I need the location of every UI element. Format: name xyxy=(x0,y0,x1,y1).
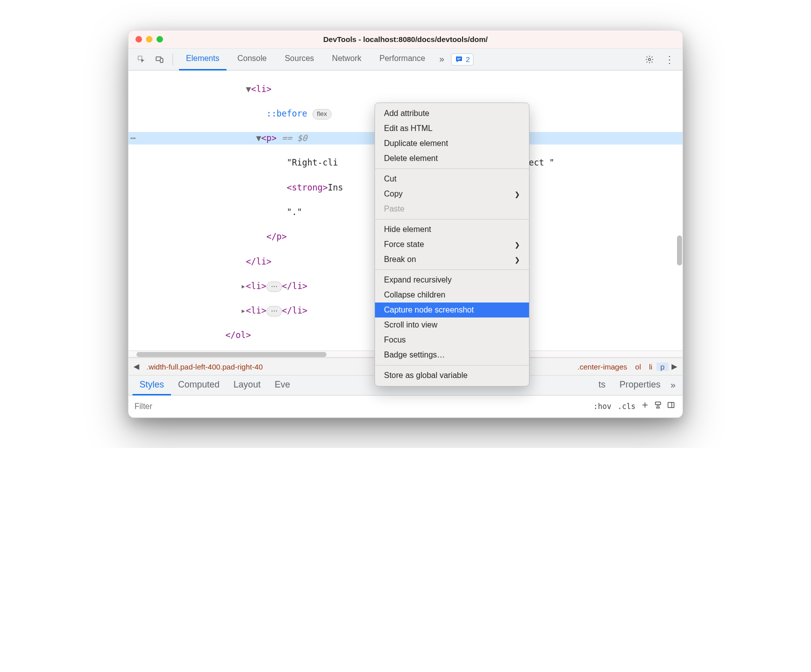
kebab-icon[interactable]: ⋮ xyxy=(662,52,676,66)
context-menu-label: Collapse children xyxy=(384,290,446,300)
tab-network[interactable]: Network xyxy=(325,48,368,70)
context-menu-item[interactable]: Badge settings… xyxy=(375,348,529,362)
context-menu-item[interactable]: Add attribute xyxy=(375,106,529,121)
context-menu-item[interactable]: Hide element xyxy=(375,222,529,237)
traffic-lights xyxy=(136,36,163,42)
context-menu-label: Copy xyxy=(384,190,402,198)
panel-toggle-icon[interactable] xyxy=(664,400,678,412)
subtab-ts[interactable]: ts xyxy=(592,376,612,396)
subtab-computed[interactable]: Computed xyxy=(171,376,226,396)
devtools-window: DevTools - localhost:8080/docs/devtools/… xyxy=(128,30,683,418)
breadcrumb-item-selected[interactable]: p xyxy=(656,362,668,371)
gear-icon[interactable] xyxy=(642,52,656,66)
context-menu-label: Cut xyxy=(384,174,396,184)
context-menu-label: Focus xyxy=(384,336,406,344)
hov-toggle[interactable]: :hov xyxy=(590,401,614,412)
context-menu-label: Paste xyxy=(384,204,404,214)
breadcrumb-item[interactable]: .width-full.pad-left-400.pad-right-40 xyxy=(142,362,267,371)
inspect-icon[interactable] xyxy=(134,52,148,66)
vertical-scrollbar[interactable] xyxy=(677,236,682,266)
breadcrumb-item[interactable]: li xyxy=(645,362,656,371)
fullscreen-icon[interactable] xyxy=(156,36,163,42)
more-tabs-icon[interactable]: » xyxy=(436,54,447,64)
svg-rect-7 xyxy=(668,402,674,408)
context-menu-item[interactable]: Duplicate element xyxy=(375,136,529,151)
context-menu-item[interactable]: Store as global variable xyxy=(375,368,529,383)
cls-toggle[interactable]: .cls xyxy=(614,401,638,412)
context-menu-label: Duplicate element xyxy=(384,139,448,148)
breadcrumb-right-icon[interactable]: ▶ xyxy=(668,362,680,371)
breadcrumb-item[interactable]: ol xyxy=(631,362,645,371)
context-menu-item[interactable]: Force state❯ xyxy=(375,237,529,252)
tab-console[interactable]: Console xyxy=(230,48,274,70)
context-menu-separator xyxy=(375,270,529,270)
context-menu-item[interactable]: Scroll into view xyxy=(375,318,529,332)
context-menu-label: Hide element xyxy=(384,225,431,234)
subtab-layout[interactable]: Layout xyxy=(226,376,268,396)
scrollbar-thumb[interactable] xyxy=(136,352,326,357)
context-menu-item: Paste xyxy=(375,202,529,216)
svg-rect-2 xyxy=(160,58,163,62)
context-menu-item[interactable]: Collapse children xyxy=(375,288,529,302)
dom-line[interactable]: ▼<li> xyxy=(128,83,682,96)
tab-elements[interactable]: Elements xyxy=(179,48,226,70)
context-menu-item[interactable]: Cut xyxy=(375,172,529,186)
context-menu-label: Store as global variable xyxy=(384,371,468,380)
minimize-icon[interactable] xyxy=(146,36,152,42)
context-menu-label: Capture node screenshot xyxy=(384,306,474,314)
context-menu-separator xyxy=(375,365,529,366)
context-menu-label: Badge settings… xyxy=(384,350,445,360)
context-menu: Add attributeEdit as HTMLDuplicate eleme… xyxy=(374,102,530,386)
more-subtabs-icon[interactable]: » xyxy=(668,380,678,390)
context-menu-item[interactable]: Edit as HTML xyxy=(375,121,529,136)
toolbar-divider xyxy=(172,54,173,66)
subtab-events[interactable]: Eve xyxy=(268,376,297,396)
main-toolbar: Elements Console Sources Network Perform… xyxy=(128,48,682,70)
tab-sources[interactable]: Sources xyxy=(278,48,321,70)
issues-badge[interactable]: 2 xyxy=(451,54,473,66)
brush-icon[interactable] xyxy=(652,400,664,412)
context-menu-label: Force state xyxy=(384,240,424,249)
chevron-right-icon: ❯ xyxy=(514,190,520,198)
breadcrumb-item[interactable]: .center-images xyxy=(574,362,631,371)
context-menu-label: Expand recursively xyxy=(384,276,452,284)
pseudo-before: ::before xyxy=(266,108,308,118)
context-menu-item[interactable]: Expand recursively xyxy=(375,272,529,288)
chat-icon xyxy=(454,55,464,64)
context-menu-item[interactable]: Delete element xyxy=(375,151,529,166)
subtab-styles[interactable]: Styles xyxy=(132,376,171,396)
context-menu-label: Add attribute xyxy=(384,109,430,118)
context-menu-separator xyxy=(375,168,529,169)
styles-toolbar: :hov .cls xyxy=(128,396,682,418)
svg-point-5 xyxy=(648,58,651,60)
styles-filter-input[interactable] xyxy=(134,402,234,412)
context-menu-item[interactable]: Capture node screenshot xyxy=(375,302,529,318)
svg-rect-6 xyxy=(656,402,661,404)
context-menu-label: Break on xyxy=(384,255,416,264)
svg-rect-4 xyxy=(458,59,460,60)
context-menu-item[interactable]: Copy❯ xyxy=(375,186,529,202)
tab-performance[interactable]: Performance xyxy=(372,48,432,70)
breadcrumb-left-icon[interactable]: ◀ xyxy=(130,362,142,371)
close-icon[interactable] xyxy=(136,36,142,42)
chevron-right-icon: ❯ xyxy=(514,241,520,248)
new-style-icon[interactable] xyxy=(638,400,652,412)
window-title: DevTools - localhost:8080/docs/devtools/… xyxy=(128,35,682,44)
context-menu-label: Scroll into view xyxy=(384,320,438,330)
chevron-right-icon: ❯ xyxy=(514,256,520,264)
context-menu-label: Edit as HTML xyxy=(384,124,432,133)
context-menu-item[interactable]: Break on❯ xyxy=(375,252,529,267)
titlebar: DevTools - localhost:8080/docs/devtools/… xyxy=(128,30,682,48)
flex-badge[interactable]: flex xyxy=(312,109,332,120)
device-toggle-icon[interactable] xyxy=(152,52,166,66)
issues-count: 2 xyxy=(466,55,470,64)
subtab-properties[interactable]: Properties xyxy=(612,376,668,396)
svg-rect-3 xyxy=(458,58,462,58)
context-menu-item[interactable]: Focus xyxy=(375,332,529,348)
context-menu-separator xyxy=(375,219,529,220)
context-menu-label: Delete element xyxy=(384,154,438,163)
